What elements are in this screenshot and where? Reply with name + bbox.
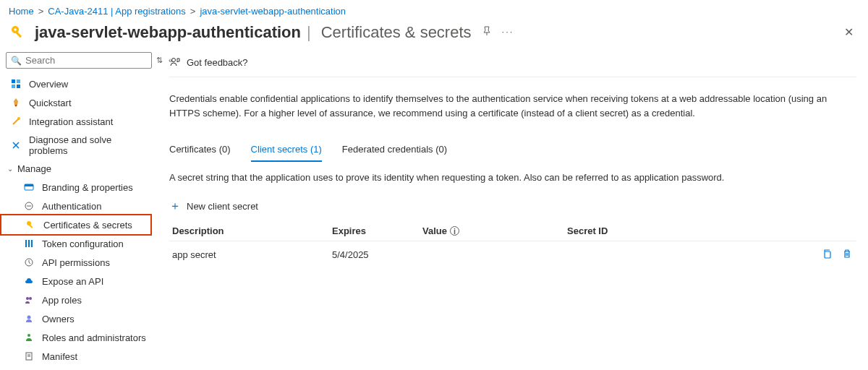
col-secret-id: Secret ID — [567, 225, 806, 236]
sidebar-group-support[interactable]: › Support + Troubleshooting — [0, 366, 152, 370]
svg-point-20 — [27, 316, 31, 319]
new-client-secret-button[interactable]: ＋ New client secret — [169, 189, 856, 221]
sidebar-label: Overview — [29, 79, 68, 90]
svg-rect-1 — [15, 31, 22, 38]
tab-description: A secret string that the application use… — [169, 162, 856, 189]
svg-rect-13 — [29, 224, 33, 228]
sidebar-label: Roles and administrators — [42, 332, 146, 343]
sidebar-item-roles-admin[interactable]: Roles and administrators — [0, 328, 152, 347]
svg-point-18 — [26, 297, 29, 300]
tab-client-secrets[interactable]: Client secrets (1) — [251, 144, 322, 162]
svg-rect-15 — [28, 240, 30, 247]
pin-icon[interactable] — [482, 26, 492, 38]
page-header: java-servlet-webapp-authentication | Cer… — [0, 20, 868, 49]
info-icon[interactable]: i — [450, 226, 459, 236]
svg-rect-5 — [12, 85, 15, 88]
sidebar-label: App roles — [42, 295, 82, 306]
sidebar-label: Owners — [42, 314, 75, 324]
sidebar-item-owners[interactable]: Owners — [0, 309, 152, 328]
overview-icon — [10, 78, 22, 90]
sidebar: 🔍 ⇅ « Overview Quickstart Integration as… — [0, 49, 152, 370]
breadcrumb-parent[interactable]: CA-Java-2411 | App registrations — [48, 6, 186, 17]
svg-rect-26 — [825, 251, 830, 258]
token-icon — [23, 238, 35, 249]
sidebar-item-expose-api[interactable]: Expose an API — [0, 272, 152, 291]
sidebar-label: Integration assistant — [29, 116, 113, 127]
title-separator: | — [307, 23, 311, 42]
roles-icon — [23, 294, 35, 306]
col-expires: Expires — [332, 225, 422, 236]
col-value: Value i — [422, 225, 567, 236]
sidebar-item-diagnose[interactable]: Diagnose and solve problems — [0, 131, 152, 160]
sidebar-item-api-permissions[interactable]: API permissions — [0, 253, 152, 272]
admin-icon — [23, 332, 35, 343]
rocket-icon — [10, 97, 22, 108]
owners-icon — [23, 313, 35, 324]
breadcrumb-current[interactable]: java-servlet-webapp-authentication — [200, 6, 346, 17]
table-row: app secret 5/4/2025 — [169, 241, 856, 268]
svg-rect-14 — [25, 240, 27, 247]
svg-point-8 — [17, 117, 20, 120]
copy-icon[interactable] — [822, 249, 832, 261]
col-description: Description — [169, 225, 332, 236]
svg-point-25 — [172, 59, 176, 62]
svg-rect-6 — [17, 85, 20, 88]
more-icon[interactable]: ··· — [502, 26, 514, 38]
sidebar-group-label: Manage — [17, 163, 51, 174]
tab-federated[interactable]: Federated credentials (0) — [342, 144, 447, 162]
svg-rect-16 — [31, 240, 33, 247]
api-perm-icon — [23, 257, 35, 268]
toolbar: Got feedback? — [169, 49, 856, 77]
sidebar-item-overview[interactable]: Overview — [0, 74, 152, 93]
tabs: Certificates (0) Client secrets (1) Fede… — [169, 144, 856, 162]
close-button[interactable]: ✕ — [838, 22, 859, 42]
breadcrumb-sep: > — [190, 6, 196, 17]
key-icon — [9, 23, 27, 42]
sidebar-item-authentication[interactable]: Authentication — [0, 197, 152, 215]
sidebar-item-token-config[interactable]: Token configuration — [0, 234, 152, 253]
search-box[interactable]: 🔍 — [6, 52, 152, 69]
cloud-icon — [23, 275, 35, 287]
sidebar-label: Expose an API — [42, 276, 103, 287]
branding-icon — [23, 181, 35, 193]
svg-point-21 — [27, 334, 30, 337]
breadcrumb: Home > CA-Java-2411 | App registrations … — [0, 0, 868, 20]
tab-certificates[interactable]: Certificates (0) — [169, 144, 231, 162]
svg-rect-10 — [25, 184, 33, 186]
sidebar-item-certificates-secrets[interactable]: Certificates & secrets — [0, 214, 152, 236]
sidebar-item-manifest[interactable]: Manifest — [0, 347, 152, 366]
cell-expires: 5/4/2025 — [332, 249, 422, 260]
new-secret-label: New client secret — [187, 201, 258, 212]
diagnose-icon — [10, 139, 22, 151]
search-input[interactable] — [25, 55, 147, 66]
breadcrumb-sep: > — [38, 6, 44, 17]
svg-rect-3 — [12, 79, 15, 83]
sidebar-group-manage[interactable]: ⌄ Manage — [0, 160, 152, 178]
manifest-icon — [23, 350, 35, 362]
sidebar-label: Branding & properties — [42, 182, 133, 193]
sidebar-item-app-roles[interactable]: App roles — [0, 291, 152, 309]
svg-rect-4 — [17, 79, 20, 83]
auth-icon — [23, 200, 35, 212]
sidebar-label: Authentication — [42, 201, 101, 212]
page-title: java-servlet-webapp-authentication — [35, 23, 301, 42]
feedback-button[interactable]: Got feedback? — [169, 56, 248, 68]
page-subtitle: Certificates & secrets — [321, 23, 472, 42]
sidebar-label: Diagnose and solve problems — [29, 134, 146, 156]
sidebar-label: Token configuration — [42, 238, 124, 249]
key-small-icon — [25, 219, 36, 231]
wand-icon — [10, 116, 22, 127]
sidebar-item-quickstart[interactable]: Quickstart — [0, 93, 152, 112]
breadcrumb-home[interactable]: Home — [9, 6, 34, 17]
plus-icon: ＋ — [169, 199, 181, 214]
delete-icon[interactable] — [842, 249, 852, 261]
sidebar-label: Certificates & secrets — [43, 220, 132, 231]
sidebar-item-branding[interactable]: Branding & properties — [0, 178, 152, 197]
feedback-label: Got feedback? — [187, 57, 248, 68]
sidebar-item-integration[interactable]: Integration assistant — [0, 112, 152, 131]
chevron-down-icon: ⌄ — [7, 165, 13, 173]
sidebar-label: Quickstart — [29, 98, 72, 108]
sidebar-label: Manifest — [42, 351, 77, 362]
search-icon: 🔍 — [11, 56, 22, 66]
cell-description: app secret — [169, 249, 332, 260]
